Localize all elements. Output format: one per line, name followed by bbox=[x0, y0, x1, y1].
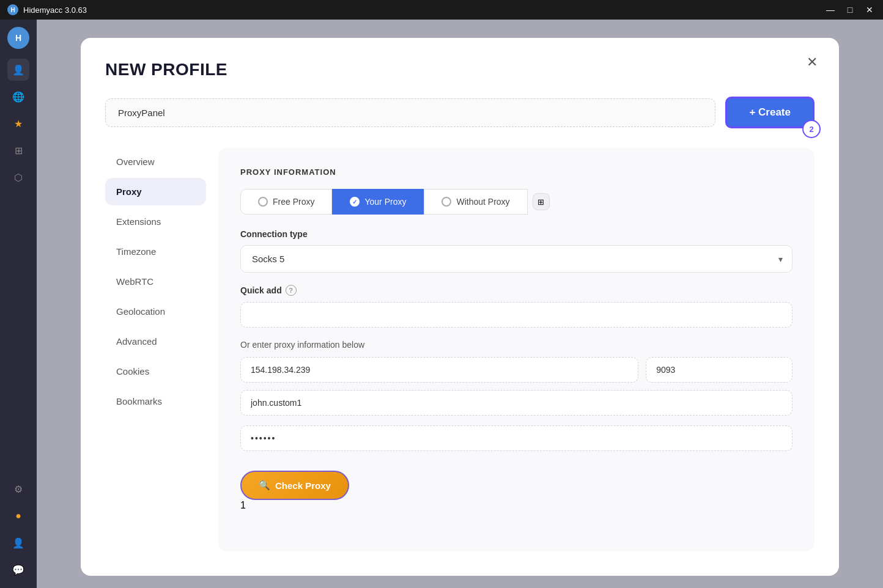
modal-overlay: NEW PROFILE ✕ + Create 2 Overview Proxy … bbox=[37, 20, 883, 588]
create-button[interactable]: + Create bbox=[725, 97, 815, 128]
nav-sidebar: Overview Proxy Extensions Timezone WebRT… bbox=[105, 148, 218, 551]
proxy-username-input[interactable] bbox=[240, 390, 792, 416]
proxy-ip-input[interactable] bbox=[240, 357, 638, 383]
without-proxy-label: Without Proxy bbox=[456, 197, 509, 207]
quick-add-help-icon[interactable]: ? bbox=[286, 285, 297, 296]
sidebar-logo-icon: H bbox=[7, 27, 29, 49]
check-proxy-step-badge: 1 bbox=[240, 500, 349, 511]
sidebar-star-icon[interactable]: ★ bbox=[7, 112, 29, 134]
check-proxy-label: Check Proxy bbox=[275, 480, 331, 491]
proxy-type-tabs: Free Proxy Your Proxy Without Proxy ⊞ bbox=[240, 189, 792, 215]
free-proxy-label: Free Proxy bbox=[273, 197, 314, 207]
your-proxy-label: Your Proxy bbox=[364, 197, 406, 207]
search-icon: 🔍 bbox=[259, 480, 270, 491]
titlebar: H Hidemyacc 3.0.63 — □ ✕ bbox=[0, 0, 883, 20]
close-window-button[interactable]: ✕ bbox=[863, 4, 876, 16]
connection-type-select[interactable]: Socks 5 Socks 4 HTTP HTTPS bbox=[240, 245, 792, 273]
create-step-badge: 2 bbox=[802, 120, 821, 138]
sidebar-chat-icon[interactable]: 💬 bbox=[7, 559, 29, 581]
sidebar-item-cookies[interactable]: Cookies bbox=[105, 358, 206, 385]
minimize-button[interactable]: — bbox=[824, 4, 837, 16]
sidebar-browser-icon[interactable]: 🌐 bbox=[7, 86, 29, 108]
without-proxy-tab[interactable]: Without Proxy bbox=[424, 189, 527, 215]
sidebar-gold-coin-icon[interactable]: ● bbox=[7, 505, 29, 527]
quick-add-label: Quick add ? bbox=[240, 285, 792, 296]
sidebar-user-icon[interactable]: 👤 bbox=[7, 532, 29, 554]
quick-add-input[interactable] bbox=[240, 302, 792, 328]
ip-port-row bbox=[240, 357, 792, 383]
app-title: Hidemyacc 3.0.63 bbox=[23, 6, 87, 15]
proxy-section-title: PROXY INFORMATION bbox=[240, 167, 792, 177]
maximize-button[interactable]: □ bbox=[844, 4, 856, 16]
create-button-wrapper: + Create 2 bbox=[725, 97, 815, 128]
app-logo-icon: H bbox=[7, 4, 18, 15]
modal-close-button[interactable]: ✕ bbox=[802, 53, 822, 72]
profile-name-row: + Create 2 bbox=[105, 97, 815, 128]
sidebar-item-advanced[interactable]: Advanced bbox=[105, 328, 206, 355]
connection-type-label: Connection type bbox=[240, 229, 792, 239]
app-sidebar: H 👤 🌐 ★ ⊞ ⬡ ⚙ ● 👤 💬 bbox=[0, 20, 37, 588]
your-proxy-tab[interactable]: Your Proxy bbox=[332, 189, 424, 215]
proxy-port-input[interactable] bbox=[646, 357, 792, 383]
check-proxy-wrapper: 🔍 Check Proxy 1 bbox=[240, 466, 349, 511]
proxy-form-area: PROXY INFORMATION Free Proxy Your Proxy bbox=[218, 148, 815, 551]
proxy-fields-label: Or enter proxy information below bbox=[240, 340, 792, 350]
app-background: H 👤 🌐 ★ ⊞ ⬡ ⚙ ● 👤 💬 NEW PROFILE ✕ + Crea… bbox=[0, 20, 883, 588]
titlebar-left: H Hidemyacc 3.0.63 bbox=[7, 4, 87, 15]
sidebar-home-icon[interactable]: 👤 bbox=[7, 59, 29, 81]
modal-title: NEW PROFILE bbox=[105, 60, 815, 79]
proxy-password-input[interactable] bbox=[240, 425, 792, 451]
modal-body: Overview Proxy Extensions Timezone WebRT… bbox=[105, 148, 815, 551]
sidebar-bottom: ⚙ ● 👤 💬 bbox=[7, 478, 29, 581]
sidebar-grid-icon[interactable]: ⊞ bbox=[7, 139, 29, 161]
sidebar-item-proxy[interactable]: Proxy bbox=[105, 178, 206, 205]
proxy-list-icon[interactable]: ⊞ bbox=[533, 193, 550, 210]
sidebar-item-timezone[interactable]: Timezone bbox=[105, 238, 206, 265]
window-controls: — □ ✕ bbox=[824, 4, 876, 16]
check-proxy-button[interactable]: 🔍 Check Proxy bbox=[240, 471, 349, 500]
sidebar-item-bookmarks[interactable]: Bookmarks bbox=[105, 388, 206, 415]
your-proxy-radio bbox=[350, 197, 360, 207]
sidebar-item-overview[interactable]: Overview bbox=[105, 148, 206, 175]
profile-name-input[interactable] bbox=[105, 98, 715, 127]
free-proxy-radio bbox=[258, 197, 268, 207]
sidebar-item-geolocation[interactable]: Geolocation bbox=[105, 298, 206, 325]
new-profile-modal: NEW PROFILE ✕ + Create 2 Overview Proxy … bbox=[81, 38, 839, 576]
connection-type-select-wrapper: Socks 5 Socks 4 HTTP HTTPS bbox=[240, 245, 792, 273]
without-proxy-radio bbox=[442, 197, 451, 207]
sidebar-settings-icon[interactable]: ⚙ bbox=[7, 478, 29, 500]
sidebar-puzzle-icon[interactable]: ⬡ bbox=[7, 166, 29, 188]
sidebar-item-extensions[interactable]: Extensions bbox=[105, 208, 206, 235]
free-proxy-tab[interactable]: Free Proxy bbox=[240, 189, 332, 215]
sidebar-item-webrtc[interactable]: WebRTC bbox=[105, 268, 206, 295]
